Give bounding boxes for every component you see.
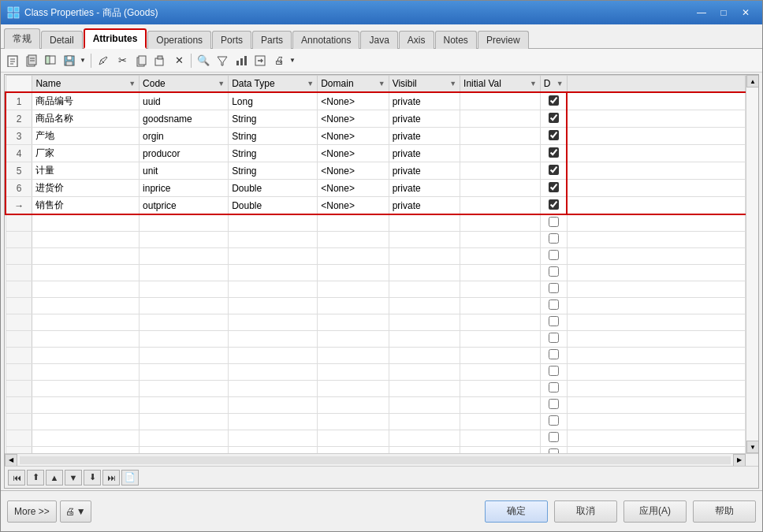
cell-empty-initialval[interactable] xyxy=(460,430,541,447)
cell-empty-visibility[interactable] xyxy=(389,430,460,447)
cell-code[interactable]: producor xyxy=(140,145,229,162)
toolbar-copy-btn[interactable] xyxy=(132,52,150,69)
tab-axis[interactable]: Axis xyxy=(399,31,434,49)
table-row[interactable]: 4厂家producorString<None>private xyxy=(6,145,746,162)
more-button[interactable]: More >> xyxy=(7,500,57,523)
cell-visibility[interactable]: private xyxy=(389,197,460,215)
cell-empty-visibility[interactable] xyxy=(389,447,460,454)
table-row-empty[interactable] xyxy=(6,281,746,298)
cell-empty-d[interactable] xyxy=(540,232,567,248)
table-row-empty[interactable] xyxy=(6,430,746,447)
toolbar-delete-btn[interactable]: ✕ xyxy=(170,52,188,69)
cell-d[interactable] xyxy=(540,92,567,110)
cell-empty-visibility[interactable] xyxy=(389,265,460,281)
nav-prev-btn[interactable]: ▲ xyxy=(46,470,63,485)
table-row[interactable]: →销售价outpriceDouble<None>private xyxy=(6,197,746,215)
cell-domain[interactable]: <None> xyxy=(318,162,389,180)
confirm-button[interactable]: 确定 xyxy=(485,500,548,523)
cell-datatype[interactable]: String xyxy=(229,128,318,145)
table-row-empty[interactable] xyxy=(6,397,746,414)
cell-empty-datatype[interactable] xyxy=(229,331,318,348)
cell-empty-name[interactable] xyxy=(32,364,140,381)
tab-operations[interactable]: Operations xyxy=(147,31,211,49)
cell-d[interactable] xyxy=(540,128,567,145)
checkbox-empty-d[interactable] xyxy=(549,233,559,244)
cell-visibility[interactable]: private xyxy=(389,180,460,197)
cell-empty-domain[interactable] xyxy=(318,314,389,331)
cell-empty-domain[interactable] xyxy=(318,381,389,397)
checkbox-d[interactable] xyxy=(549,95,559,106)
scroll-right-btn[interactable]: ▶ xyxy=(733,454,746,467)
cell-empty-d[interactable] xyxy=(540,265,567,281)
cell-empty-name[interactable] xyxy=(32,430,140,447)
cell-empty-visibility[interactable] xyxy=(389,348,460,364)
checkbox-empty-d[interactable] xyxy=(549,415,559,426)
cell-empty-code[interactable] xyxy=(140,232,229,248)
cell-empty-domain[interactable] xyxy=(318,265,389,281)
cell-empty-datatype[interactable] xyxy=(229,397,318,414)
nav-page-btn[interactable]: 📄 xyxy=(121,470,139,485)
cell-empty-name[interactable] xyxy=(32,381,140,397)
tab-attributes[interactable]: Attributes xyxy=(84,28,147,49)
cell-empty-initialval[interactable] xyxy=(460,265,541,281)
cell-empty-initialval[interactable] xyxy=(460,298,541,314)
cell-empty-code[interactable] xyxy=(140,364,229,381)
table-row-empty[interactable] xyxy=(6,214,746,232)
cell-empty-name[interactable] xyxy=(32,331,140,348)
cell-code[interactable]: unit xyxy=(140,162,229,180)
cell-empty-visibility[interactable] xyxy=(389,232,460,248)
sort-datatype[interactable]: ▼ xyxy=(307,80,314,87)
cell-empty-d[interactable] xyxy=(540,281,567,298)
cell-empty-visibility[interactable] xyxy=(389,381,460,397)
table-row[interactable]: 2商品名称goodsnameString<None>private xyxy=(6,110,746,128)
cell-empty-initialval[interactable] xyxy=(460,348,541,364)
table-container[interactable]: Name▼ Code▼ Data Type▼ Domain▼ xyxy=(5,75,746,453)
cell-empty-datatype[interactable] xyxy=(229,414,318,430)
cell-domain[interactable]: <None> xyxy=(318,180,389,197)
table-row-empty[interactable] xyxy=(6,447,746,454)
cell-initialval[interactable] xyxy=(460,110,541,128)
cell-empty-visibility[interactable] xyxy=(389,397,460,414)
cell-empty-domain[interactable] xyxy=(318,430,389,447)
cell-empty-domain[interactable] xyxy=(318,214,389,232)
cell-empty-visibility[interactable] xyxy=(389,331,460,348)
cell-empty-name[interactable] xyxy=(32,397,140,414)
toolbar-btn-1[interactable] xyxy=(4,52,21,69)
cell-d[interactable] xyxy=(540,197,567,215)
cell-empty-initialval[interactable] xyxy=(460,364,541,381)
toolbar-print-dropdown[interactable]: ▼ xyxy=(288,52,297,69)
cell-empty-name[interactable] xyxy=(32,298,140,314)
cell-code[interactable]: inprice xyxy=(140,180,229,197)
cell-initialval[interactable] xyxy=(460,180,541,197)
cell-visibility[interactable]: private xyxy=(389,110,460,128)
cell-empty-name[interactable] xyxy=(32,447,140,454)
cell-empty-initialval[interactable] xyxy=(460,331,541,348)
checkbox-empty-d[interactable] xyxy=(549,266,559,277)
cell-initialval[interactable] xyxy=(460,145,541,162)
checkbox-empty-d[interactable] xyxy=(549,333,559,343)
toolbar-export-btn[interactable] xyxy=(251,52,269,69)
cell-domain[interactable]: <None> xyxy=(318,145,389,162)
cell-empty-code[interactable] xyxy=(140,397,229,414)
cell-name[interactable]: 商品名称 xyxy=(32,110,140,128)
tab-annotations[interactable]: Annotations xyxy=(292,31,359,49)
cell-datatype[interactable]: Long xyxy=(229,92,318,110)
cell-empty-code[interactable] xyxy=(140,281,229,298)
cell-initialval[interactable] xyxy=(460,128,541,145)
nav-down-btn[interactable]: ⬇ xyxy=(84,470,101,485)
cell-empty-visibility[interactable] xyxy=(389,248,460,265)
cell-empty-domain[interactable] xyxy=(318,348,389,364)
cell-empty-initialval[interactable] xyxy=(460,214,541,232)
checkbox-empty-d[interactable] xyxy=(549,432,559,442)
cell-empty-initialval[interactable] xyxy=(460,248,541,265)
cell-empty-d[interactable] xyxy=(540,314,567,331)
toolbar-print-btn[interactable]: 🖨 xyxy=(270,52,288,69)
toolbar-chart-btn[interactable] xyxy=(233,52,250,69)
sort-initialval[interactable]: ▼ xyxy=(530,80,537,87)
toolbar-save-btn[interactable] xyxy=(61,52,78,69)
scroll-up-btn[interactable]: ▲ xyxy=(746,75,758,87)
cell-code[interactable]: outprice xyxy=(140,197,229,215)
cell-empty-visibility[interactable] xyxy=(389,214,460,232)
cell-initialval[interactable] xyxy=(460,197,541,215)
cell-empty-datatype[interactable] xyxy=(229,248,318,265)
